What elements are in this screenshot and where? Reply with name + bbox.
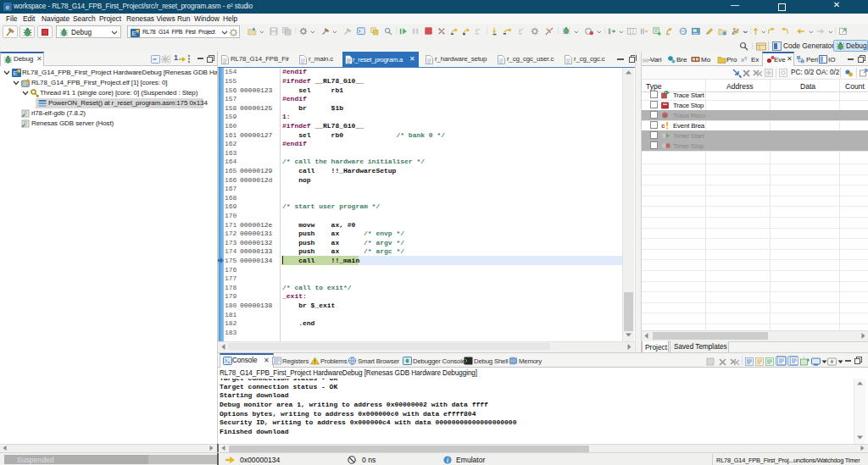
svg-text:e: e: [6, 3, 10, 11]
svg-text:x⁵: x⁵: [741, 56, 748, 64]
svg-text:E: E: [131, 30, 136, 37]
svg-text:c: c: [661, 122, 665, 130]
svg-text:E: E: [13, 69, 17, 77]
